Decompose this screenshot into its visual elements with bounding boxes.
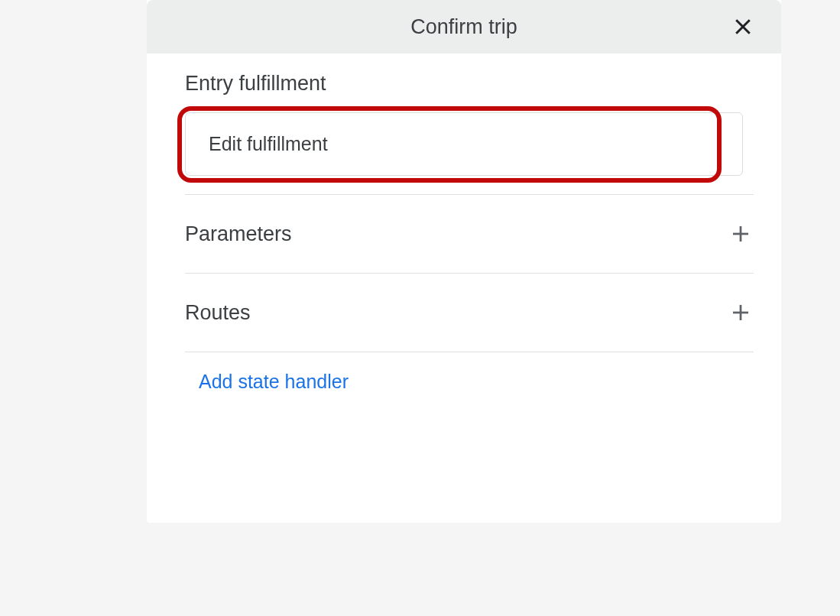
add-state-handler-button[interactable]: Add state handler	[185, 352, 349, 393]
close-button[interactable]	[726, 10, 760, 44]
edit-fulfillment-text: Edit fulfillment	[209, 133, 328, 154]
plus-icon	[729, 301, 752, 324]
panel-title: Confirm trip	[410, 15, 517, 39]
parameters-section[interactable]: Parameters	[185, 195, 754, 273]
parameters-label: Parameters	[185, 222, 292, 246]
page-editor-panel: Confirm trip Entry fulfillment Edit fulf…	[147, 0, 781, 523]
add-route-button[interactable]	[728, 300, 754, 326]
edit-fulfillment-box[interactable]: Edit fulfillment	[185, 112, 743, 176]
panel-body: Entry fulfillment Edit fulfillment Param…	[147, 53, 781, 523]
routes-section[interactable]: Routes	[185, 274, 754, 352]
plus-icon	[729, 222, 752, 245]
edit-fulfillment-wrap: Edit fulfillment	[185, 112, 754, 176]
routes-label: Routes	[185, 301, 251, 325]
add-parameter-button[interactable]	[728, 221, 754, 247]
entry-fulfillment-label: Entry fulfillment	[185, 72, 754, 96]
close-icon	[731, 15, 754, 38]
spacer	[185, 393, 754, 492]
panel-header: Confirm trip	[147, 0, 781, 53]
